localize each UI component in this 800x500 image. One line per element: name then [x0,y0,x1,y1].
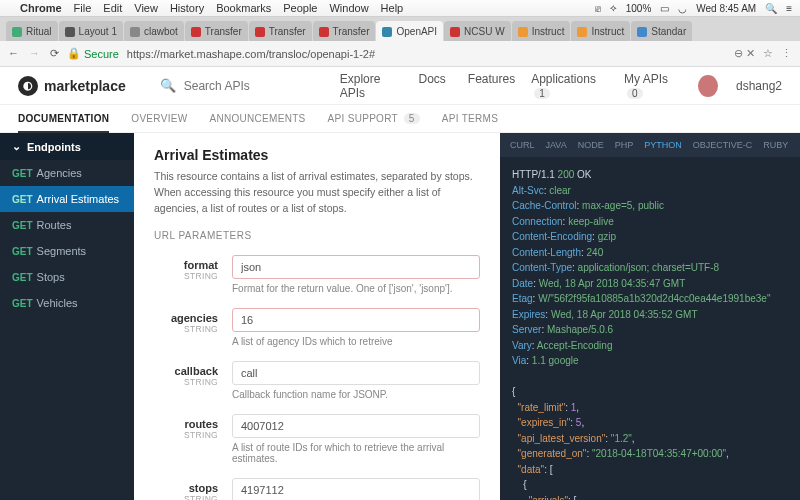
param-name: agencies [154,312,218,324]
tab-label: Standar [651,26,686,37]
back-icon[interactable]: ← [8,47,19,60]
browser-tab[interactable]: Instruct [512,21,571,41]
spotlight-icon[interactable]: 🔍 [765,3,777,14]
key-icon[interactable]: ⊖ ✕ [734,47,755,60]
lang-tab[interactable]: NODE [578,140,604,150]
search-wrap: 🔍 [160,78,284,93]
endpoint-name: Agencies [37,167,82,179]
lang-tab[interactable]: CURL [510,140,535,150]
brand-logo[interactable]: ◐ marketplace [18,76,126,96]
browser-tab[interactable]: Transfer [249,21,312,41]
browser-tab[interactable]: Ritual [6,21,58,41]
param-help: Callback function name for JSONP. [232,389,480,400]
subnav-documentation[interactable]: DOCUMENTATION [18,113,109,133]
menu-icon[interactable]: ⋮ [781,47,792,60]
sidebar-heading[interactable]: ⌄ Endpoints [0,133,134,160]
browser-addressbar: ← → ⟳ 🔒 Secure https://market.mashape.co… [0,41,800,67]
nav-myapis[interactable]: My APIs0 [624,72,680,100]
browser-tab[interactable]: Transfer [313,21,376,41]
reload-icon[interactable]: ⟳ [50,47,59,60]
lang-tab[interactable]: JAVA [546,140,567,150]
response-code[interactable]: HTTP/1.1 200 OK Alt-Svc: clear Cache-Con… [500,157,800,500]
lang-tab[interactable]: PHP [615,140,634,150]
sidebar-item[interactable]: GETArrival Estimates [0,186,134,212]
menu-help[interactable]: Help [381,2,404,14]
sidebar-item[interactable]: GETSegments [0,238,134,264]
tab-label: clawbot [144,26,178,37]
favicon-icon [450,27,460,37]
menu-window[interactable]: Window [329,2,368,14]
app-name[interactable]: Chrome [20,2,62,14]
username[interactable]: dshang2 [736,79,782,93]
menu-people[interactable]: People [283,2,317,14]
favicon-icon [637,27,647,37]
browser-tab[interactable]: NCSU W [444,21,511,41]
nav-applications[interactable]: Applications1 [531,72,606,100]
browser-tab[interactable]: Layout 1 [59,21,123,41]
favicon-icon [577,27,587,37]
menu-history[interactable]: History [170,2,204,14]
subnav-overview[interactable]: OVERVIEW [131,113,187,124]
browser-tab[interactable]: clawbot [124,21,184,41]
avatar[interactable] [698,75,718,97]
sidebar-item[interactable]: GETVehicles [0,290,134,316]
param-input[interactable] [232,361,480,385]
sidebar-item[interactable]: GETAgencies [0,160,134,186]
url-text[interactable]: https://market.mashape.com/transloc/open… [127,48,375,60]
param-input[interactable] [232,255,480,279]
battery-icon: ▭ [660,3,669,14]
wifi-icon[interactable]: ⟡ [610,2,617,14]
param-input[interactable] [232,478,480,500]
subnav-apisupport[interactable]: API SUPPORT 5 [328,113,420,124]
main: ⌄ Endpoints GETAgenciesGETArrival Estima… [0,133,800,500]
secure-indicator[interactable]: 🔒 Secure [67,47,119,60]
favicon-icon [12,27,22,37]
screencast-icon[interactable]: ⎚ [595,3,601,14]
params-section-label: URL PARAMETERS [154,230,480,241]
doc-panel: Arrival Estimates This resource contains… [134,133,500,500]
param-name: routes [154,418,218,430]
param-type: STRING [154,430,218,440]
doc-subnav: DOCUMENTATION OVERVIEW ANNOUNCEMENTS API… [0,105,800,133]
subnav-apiterms[interactable]: API TERMS [442,113,498,124]
menu-extras-icon[interactable]: ≡ [786,3,792,14]
nav-docs[interactable]: Docs [418,72,445,100]
param-input[interactable] [232,308,480,332]
nav-explore[interactable]: Explore APIs [340,72,397,100]
star-icon[interactable]: ☆ [763,47,773,60]
endpoint-title: Arrival Estimates [154,147,480,163]
brand-mark-icon: ◐ [18,76,38,96]
menu-file[interactable]: File [74,2,92,14]
param-type: STRING [154,271,218,281]
menu-bookmarks[interactable]: Bookmarks [216,2,271,14]
param-name: callback [154,365,218,377]
param-row: stopsSTRING A list of stop IDs for which… [154,478,480,500]
tab-label: NCSU W [464,26,505,37]
search-input[interactable] [184,79,284,93]
lang-tab[interactable]: PYTHON [644,140,682,150]
favicon-icon [319,27,329,37]
sidebar-item[interactable]: GETStops [0,264,134,290]
browser-tab[interactable]: Standar [631,21,692,41]
endpoints-sidebar: ⌄ Endpoints GETAgenciesGETArrival Estima… [0,133,134,500]
menu-edit[interactable]: Edit [103,2,122,14]
param-input[interactable] [232,414,480,438]
macos-menubar: Chrome File Edit View History Bookmarks … [0,0,800,17]
wifi-icon-2[interactable]: ◡ [678,3,687,14]
subnav-announcements[interactable]: ANNOUNCEMENTS [209,113,305,124]
sidebar-item[interactable]: GETRoutes [0,212,134,238]
menu-view[interactable]: View [134,2,158,14]
favicon-icon [255,27,265,37]
browser-tab[interactable]: OpenAPI [376,21,443,41]
lang-tab[interactable]: RUBY [763,140,788,150]
param-row: routesSTRING A list of route IDs for whi… [154,414,480,472]
browser-tab[interactable]: Instruct [571,21,630,41]
search-icon[interactable]: 🔍 [160,78,176,93]
forward-icon[interactable]: → [29,47,40,60]
lang-tab[interactable]: OBJECTIVE-C [693,140,753,150]
browser-tab[interactable]: Transfer [185,21,248,41]
nav-features[interactable]: Features [468,72,515,100]
clock[interactable]: Wed 8:45 AM [696,3,756,14]
param-name: stops [154,482,218,494]
endpoint-description: This resource contains a list of arrival… [154,169,480,216]
